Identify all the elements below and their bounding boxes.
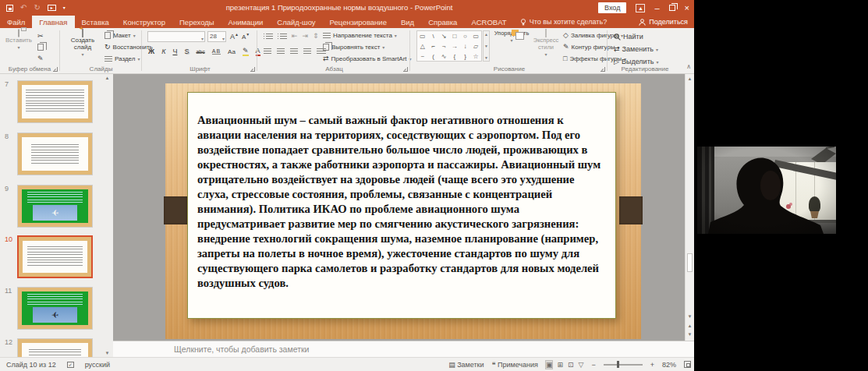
tab-view[interactable]: Вид	[394, 16, 421, 28]
slide-thumbnail-12[interactable]	[17, 338, 93, 357]
next-slide-button[interactable]: ▼	[686, 332, 694, 337]
spellcheck-icon[interactable]: ✓	[67, 362, 74, 368]
fit-slide-to-window-button[interactable]	[684, 361, 691, 368]
align-left-button[interactable]	[264, 48, 271, 55]
paragraph-dialog-launcher[interactable]	[403, 67, 408, 72]
rounded-rect-shape-icon[interactable]: ▭	[470, 31, 481, 41]
tab-review[interactable]: Рецензирование	[323, 16, 394, 28]
scroll-down-icon[interactable]: ▼	[686, 314, 694, 319]
slide-10[interactable]: Авиационный шум – самый важный фактор не…	[165, 83, 641, 339]
ellipse-shape-icon[interactable]: ○	[460, 31, 471, 41]
paste-button[interactable]: Вставить ▾	[5, 30, 33, 51]
font-name-combo[interactable]: ▾	[147, 31, 205, 42]
select-button[interactable]: ▷ Выделить ▾	[614, 58, 658, 65]
slide-thumbnail-11[interactable]: ✈	[17, 287, 93, 330]
increase-indent-button[interactable]: ⇥	[303, 33, 309, 40]
freeform-shape-icon[interactable]: ∿	[438, 51, 449, 62]
slide-counter[interactable]: Слайд 10 из 12	[6, 361, 56, 369]
tab-acrobat[interactable]: ACROBAT	[464, 16, 513, 28]
tab-help[interactable]: Справка	[421, 16, 464, 28]
previous-slide-button[interactable]: ▲	[686, 323, 694, 328]
share-button[interactable]: Поделиться	[639, 16, 688, 28]
numbering-button[interactable]	[278, 34, 287, 40]
zoom-slider[interactable]	[604, 364, 643, 366]
layout-button[interactable]: Макет ▾	[105, 32, 136, 39]
signin-button[interactable]: Вход	[598, 2, 626, 13]
zoom-level[interactable]: 82%	[662, 361, 676, 369]
decrease-indent-button[interactable]: ⇤	[292, 33, 298, 40]
parallelogram-shape-icon[interactable]: ▱	[470, 41, 481, 51]
font-dialog-launcher[interactable]	[250, 67, 255, 72]
align-text-button[interactable]: Выровнять текст ▾	[323, 44, 384, 51]
bullets-button[interactable]	[264, 34, 273, 40]
shapes-scroll-down-icon[interactable]: ▼	[484, 44, 488, 48]
text-shadow-button[interactable]: S	[184, 48, 189, 55]
increase-font-button[interactable]: А▲	[230, 32, 239, 41]
line-shape-icon[interactable]: \	[428, 31, 439, 41]
undo-icon[interactable]: ↶	[20, 4, 27, 12]
bold-button[interactable]: Ж	[148, 48, 154, 55]
tab-transitions[interactable]: Переходы	[172, 16, 221, 28]
reading-view-button[interactable]: ⊡	[568, 361, 574, 369]
tab-home[interactable]: Главная	[32, 16, 74, 28]
textbox-shape-icon[interactable]: ▭	[417, 31, 428, 41]
start-presentation-icon[interactable]: ▸	[48, 5, 56, 11]
slide-thumbnail-7[interactable]	[17, 80, 93, 123]
ribbon-display-options-icon[interactable]: ▲	[636, 4, 645, 12]
drawing-dialog-launcher[interactable]	[601, 67, 605, 72]
section-button[interactable]: Раздел ▾	[105, 55, 140, 62]
redo-icon[interactable]: ↻	[34, 4, 40, 12]
replace-button[interactable]: ⇄ Заменить ▾	[614, 45, 658, 53]
elbow-connector-icon[interactable]: ⌐	[428, 41, 439, 51]
arrange-button[interactable]: Упорядочить ▾	[493, 30, 530, 44]
qat-customize-icon[interactable]: ▾	[63, 4, 66, 12]
save-icon[interactable]	[6, 5, 13, 12]
quick-styles-button[interactable]: Экспресс стили ▾	[530, 30, 562, 58]
font-size-combo[interactable]: 28▾	[207, 31, 226, 42]
tell-me-box[interactable]: Что вы хотите сделать?	[514, 16, 614, 28]
tab-file[interactable]: Файл	[0, 16, 32, 28]
strikethrough-button[interactable]: abc	[196, 49, 204, 55]
notes-pane[interactable]: Щелкните, чтобы добавить заметки	[113, 341, 694, 357]
connector-shape-icon[interactable]: ¬	[438, 41, 449, 51]
left-brace-shape-icon[interactable]: {	[449, 51, 460, 62]
underline-button[interactable]: Ч	[172, 48, 177, 55]
right-brace-shape-icon[interactable]: }	[460, 51, 471, 62]
zoom-out-button[interactable]: −	[591, 361, 595, 369]
triangle-shape-icon[interactable]: △	[417, 41, 428, 51]
slideshow-view-button[interactable]: ▽	[579, 361, 584, 369]
new-slide-button[interactable]: Создать слайд ▾	[62, 30, 103, 58]
slide-body-text[interactable]: Авиационный шум – самый важный фактор не…	[197, 113, 607, 291]
copy-button[interactable]	[37, 44, 44, 51]
shapes-gallery-scrollbar[interactable]: ▲ ▼ ▼	[483, 30, 490, 62]
notes-placeholder[interactable]: Щелкните, чтобы добавить заметки	[174, 344, 309, 354]
shapes-gallery[interactable]: ▭\↘□○▭ △⌐¬→↓▱ ~(∿{}☆	[416, 30, 482, 62]
slide-sorter-view-button[interactable]: ⊞	[557, 361, 563, 369]
restore-button[interactable]	[669, 5, 675, 11]
clipboard-dialog-launcher[interactable]	[53, 67, 58, 72]
arc-shape-icon[interactable]: (	[428, 51, 439, 62]
italic-button[interactable]: К	[161, 48, 165, 55]
justify-button[interactable]	[303, 48, 311, 55]
zoom-in-button[interactable]: +	[650, 361, 654, 369]
tab-slideshow[interactable]: Слайд-шоу	[270, 16, 322, 28]
notes-toggle-button[interactable]: ▤ Заметки	[448, 361, 484, 369]
language-button[interactable]: русский	[85, 361, 110, 369]
decrease-font-button[interactable]: А▼	[242, 32, 250, 41]
align-center-button[interactable]	[277, 48, 285, 55]
highlight-color-button[interactable]: ✎	[243, 47, 249, 56]
line-spacing-button[interactable]: ⇕	[313, 33, 319, 40]
tab-design[interactable]: Конструктор	[116, 16, 172, 28]
zoom-slider-knob[interactable]	[617, 361, 619, 368]
scrollbar-thumb[interactable]	[687, 253, 693, 272]
right-arrow-shape-icon[interactable]: →	[449, 41, 460, 51]
character-spacing-button[interactable]: АВ	[212, 48, 221, 55]
align-right-button[interactable]	[290, 48, 298, 55]
slide-text-panel[interactable]: Авиационный шум – самый важный фактор не…	[187, 92, 616, 319]
close-button[interactable]: ×	[685, 4, 689, 12]
normal-view-button[interactable]: ▣	[546, 361, 553, 369]
find-button[interactable]: Найти	[614, 33, 643, 41]
star-shape-icon[interactable]: ☆	[470, 51, 481, 62]
minimize-button[interactable]: –	[654, 4, 659, 12]
text-direction-button[interactable]: Направление текста ▾	[323, 32, 397, 39]
